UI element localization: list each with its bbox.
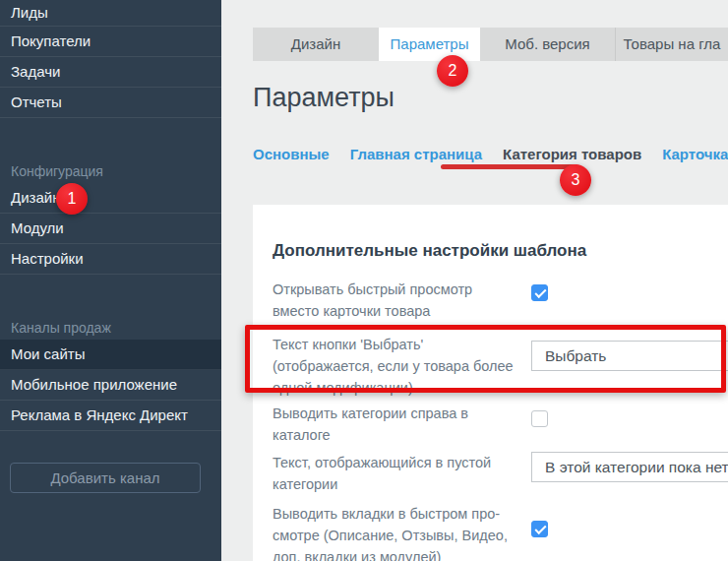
subtab-general[interactable]: Основные: [253, 146, 330, 162]
section-heading: Дополнительные настройки шаблона: [273, 241, 728, 261]
tab-products-on-home[interactable]: Товары на гла: [615, 28, 728, 61]
settings-card: Дополнительные настройки шаблона Открыва…: [253, 205, 728, 561]
add-channel-button[interactable]: Добавить канал: [10, 463, 201, 493]
subtab-product-category[interactable]: Категория товаров: [503, 146, 641, 162]
sidebar-item-tasks[interactable]: Задачи: [0, 57, 221, 88]
setting-label: Выводить вкладки в быстром про­смотре (О…: [273, 503, 518, 561]
setting-label: Выводить категории справа в каталоге: [273, 403, 518, 446]
subtab-home-page[interactable]: Главная страница: [350, 146, 482, 162]
setting-label: Текст кнопки 'Выбрать' (отображается, ес…: [273, 334, 518, 399]
subtabs: Основные Главная страница Категория това…: [253, 146, 728, 162]
categories-right-checkbox[interactable]: [531, 410, 548, 427]
quick-view-tabs-checkbox[interactable]: [531, 521, 548, 537]
sidebar-item-settings[interactable]: Настройки: [0, 244, 221, 275]
main-content: Дизайн Параметры Моб. версия Товары на г…: [221, 0, 728, 561]
sidebar-item-mobile-app[interactable]: Мобильное приложение: [0, 370, 221, 401]
tab-design[interactable]: Дизайн: [253, 28, 379, 61]
setting-row-quick-view: Открывать быстрый просмотр вместо карточ…: [273, 279, 728, 322]
setting-label: Открывать быстрый просмотр вместо карточ…: [273, 279, 518, 322]
sidebar-item-yandex-direct[interactable]: Реклама в Яндекс Директ: [0, 401, 221, 431]
sidebar: Лиды Покупатели Задачи Отчеты Конфигурац…: [0, 0, 221, 561]
sidebar-item-reports[interactable]: Отчеты: [0, 88, 221, 118]
choose-button-text-input[interactable]: [531, 341, 728, 371]
sidebar-gap: [0, 275, 221, 310]
sidebar-gap: [0, 118, 221, 154]
empty-category-text-input[interactable]: [531, 452, 728, 482]
quick-view-checkbox[interactable]: [531, 284, 548, 301]
sidebar-item-my-sites[interactable]: Мои сайты: [0, 340, 221, 370]
subtab-product-card[interactable]: Карточка товара: [662, 146, 728, 162]
setting-row-empty-category-text: Текст, отображающийся в пустой категории: [273, 452, 728, 495]
setting-row-choose-button-text: Текст кнопки 'Выбрать' (отображается, ес…: [273, 334, 728, 399]
tab-parameters[interactable]: Параметры: [379, 28, 480, 61]
top-tabbar: Дизайн Параметры Моб. версия Товары на г…: [253, 28, 728, 61]
setting-row-categories-right: Выводить категории справа в каталоге: [273, 403, 728, 446]
tab-mobile-version[interactable]: Моб. версия: [480, 28, 615, 61]
sidebar-section-configuration: Конфигурация: [0, 154, 221, 183]
setting-label: Текст, отображающийся в пустой категории: [273, 452, 518, 495]
sidebar-section-sales-channels: Каналы продаж: [0, 310, 221, 340]
sidebar-item-design[interactable]: Дизайн: [0, 183, 221, 214]
sidebar-item-modules[interactable]: Модули: [0, 214, 221, 244]
sidebar-item-leads[interactable]: Лиды: [0, 0, 221, 27]
setting-row-quick-view-tabs: Выводить вкладки в быстром про­смотре (О…: [273, 503, 728, 561]
page-title: Параметры: [253, 83, 394, 113]
sidebar-item-customers[interactable]: Покупатели: [0, 27, 221, 57]
